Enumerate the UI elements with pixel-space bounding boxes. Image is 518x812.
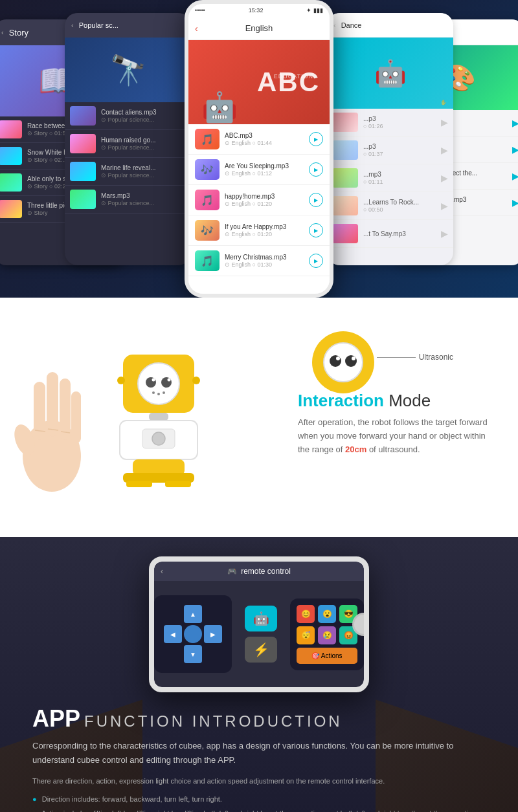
- svg-point-33: [352, 357, 355, 360]
- intro-phone-landscape: ‹ 🎮 remote control ▲ ▼ ◀ ▶: [149, 556, 369, 692]
- song-thumb-3: 🎵: [195, 190, 220, 210]
- play-button-3[interactable]: ▶: [309, 193, 323, 207]
- emotion-button-3[interactable]: 😎: [339, 605, 357, 623]
- ps-item-title-2: Human raised go...: [101, 137, 156, 144]
- emotion-button-4[interactable]: 😴: [297, 626, 315, 644]
- svg-point-29: [324, 343, 363, 382]
- rc-phone-header: ‹ 🎮 remote control: [154, 562, 364, 581]
- rc-title: remote control: [241, 567, 291, 576]
- poetry-play-4[interactable]: ▶: [512, 197, 518, 208]
- phone-dance: ‹ Dance 🤖 ✋ ...p3 ○ 01:26 ▶ ...p3 ○ 01:3: [327, 13, 453, 265]
- emotion-button-7[interactable]: 🎯 Actions: [297, 648, 357, 664]
- dpad-right-button[interactable]: ▶: [204, 625, 222, 643]
- rc-back-icon[interactable]: ‹: [161, 567, 163, 576]
- emotion-button-2[interactable]: 😮: [318, 605, 336, 623]
- ps-item-info-2: Human raised go... ⊙ Popular science...: [101, 137, 156, 151]
- dance-thumb-4: [332, 196, 358, 215]
- song-info-3: happy!home.mp3 ⊙ English ○ 01:20: [225, 193, 309, 207]
- dance-item-sub-4: ○ 00:50: [363, 206, 441, 213]
- ps-item-title-1: Contact aliens.mp3: [101, 109, 157, 116]
- dpad-up-button[interactable]: ▲: [184, 605, 202, 623]
- status-time: 15:32: [249, 7, 264, 14]
- intro-phone-screen: ‹ 🎮 remote control ▲ ▼ ◀ ▶: [154, 562, 364, 687]
- ps-thumb-1: [70, 106, 96, 126]
- section-app-screenshots: ‹ Story 📖 Race between hare... ⊙ Story ○…: [0, 0, 518, 298]
- dance-play-3[interactable]: ▶: [441, 173, 448, 183]
- intro-text-area: APP FUNCTION INTRODUCTION Corresponding …: [0, 692, 518, 812]
- intro-function-label: FUNCTION INTRODUCTION: [84, 712, 343, 730]
- center-nav-bar: ‹ English: [188, 17, 330, 40]
- poetry-play-3[interactable]: ▶: [512, 171, 518, 181]
- svg-point-18: [117, 377, 125, 384]
- ps-item-sub-4: ⊙ Popular science...: [101, 200, 154, 206]
- feature-item-1: ● Direction includes: forward, backward,…: [32, 793, 486, 806]
- ps-item-info-3: Marine life reveal... ⊙ Popular science.…: [101, 164, 155, 179]
- dance-item-title-1: ...p3: [363, 115, 428, 122]
- list-item: ...p3 ○ 01:26 ▶: [327, 109, 453, 137]
- ps-item-title-3: Marine life reveal...: [101, 164, 155, 171]
- interaction-desc-end: of ultrasound.: [369, 444, 420, 454]
- emotion-button-5[interactable]: 😢: [318, 626, 336, 644]
- robot-face-closeup-svg: [311, 330, 376, 395]
- dance-play-1[interactable]: ▶: [441, 117, 448, 127]
- svg-rect-26: [126, 481, 152, 487]
- dpad-container: ▲ ▼ ◀ ▶: [154, 595, 232, 673]
- song-info-5: Merry Christmas.mp3 ⊙ English ○ 01:30: [225, 254, 309, 268]
- ps-item-info-1: Contact aliens.mp3 ⊙ Popular science...: [101, 109, 157, 123]
- dpad-left-button[interactable]: ◀: [164, 625, 182, 643]
- dance-play-4[interactable]: ▶: [441, 201, 448, 211]
- play-button-5[interactable]: ▶: [309, 254, 323, 268]
- interaction-mode-text: Interaction Mode After operation, the ro…: [298, 391, 492, 456]
- dance-play-2[interactable]: ▶: [441, 145, 448, 155]
- section-app-introduction: ‹ 🎮 remote control ▲ ▼ ◀ ▶: [0, 537, 518, 812]
- svg-point-19: [192, 377, 200, 384]
- abc-robot-icon: 🤖: [201, 90, 238, 124]
- svg-rect-4: [60, 379, 71, 440]
- svg-rect-20: [149, 413, 168, 421]
- song-meta-3: ⊙ English ○ 01:20: [225, 201, 309, 207]
- rc-robot-button[interactable]: 🤖: [245, 606, 277, 631]
- dance-item-sub-1: ○ 01:26: [363, 123, 441, 129]
- play-button-2[interactable]: ▶: [309, 162, 323, 177]
- rc-speed-button[interactable]: ⚡: [245, 637, 277, 663]
- dance-thumb-5: [332, 224, 358, 243]
- english-songs-list: 🎵 ABC.mp3 ⊙ English ○ 01:44 ▶ 🎶 Are You …: [188, 124, 330, 294]
- dpad-center-button[interactable]: [184, 625, 202, 643]
- ultrasonic-label: Ultrasonic: [377, 353, 453, 362]
- dance-item-title-4: ...Learns To Rock...: [363, 199, 428, 206]
- status-dots: •••••: [195, 7, 205, 14]
- hand-svg: [13, 327, 91, 508]
- dance-banner: 🤖 ✋: [327, 38, 453, 109]
- list-item: ...t To Say.mp3 ▶: [327, 220, 453, 248]
- song-thumb-2: 🎶: [195, 159, 220, 180]
- poetry-play-1[interactable]: ▶: [512, 118, 518, 128]
- song-name-1: ABC.mp3: [225, 132, 309, 139]
- center-back-icon[interactable]: ‹: [195, 23, 198, 34]
- dance-robot-icon: 🤖: [374, 58, 407, 89]
- play-button-4[interactable]: ▶: [309, 223, 323, 237]
- interaction-mode-title: Interaction Mode: [298, 391, 492, 411]
- dance-thumb-3: [332, 168, 358, 188]
- svg-point-17: [163, 391, 165, 394]
- ultrasonic-text: Ultrasonic: [419, 353, 453, 362]
- feature-text-2: Action includes: lifting left leg, lifti…: [32, 809, 480, 812]
- education-label: EDUCATION: [274, 73, 313, 80]
- emotion-button-6[interactable]: 😡: [339, 626, 357, 644]
- song-meta-4: ⊙ English ○ 01:20: [225, 231, 309, 237]
- emotion-controls: 😊 😮 😎 😴 😢 😡 🎯 Actions: [290, 598, 364, 670]
- ps-thumb-2: [70, 134, 96, 153]
- interaction-highlight: Interaction: [298, 391, 384, 410]
- emotion-button-1[interactable]: 😊: [297, 605, 315, 623]
- dance-item-title-2: ...p3: [363, 143, 428, 150]
- story-thumb-1: [0, 120, 22, 138]
- svg-point-10: [138, 363, 179, 404]
- song-name-3: happy!home.mp3: [225, 193, 309, 200]
- story-phone-title: Story: [9, 28, 28, 38]
- dance-thumb-1: [332, 113, 358, 132]
- dpad-down-button[interactable]: ▼: [184, 645, 202, 663]
- poetry-play-2[interactable]: ▶: [512, 144, 518, 155]
- list-item: 🎵 Merry Christmas.mp3 ⊙ English ○ 01:30 …: [188, 246, 330, 276]
- dance-play-5[interactable]: ▶: [441, 228, 448, 239]
- song-name-4: If you Are Happy.mp3: [225, 223, 309, 230]
- play-button-1[interactable]: ▶: [309, 132, 323, 146]
